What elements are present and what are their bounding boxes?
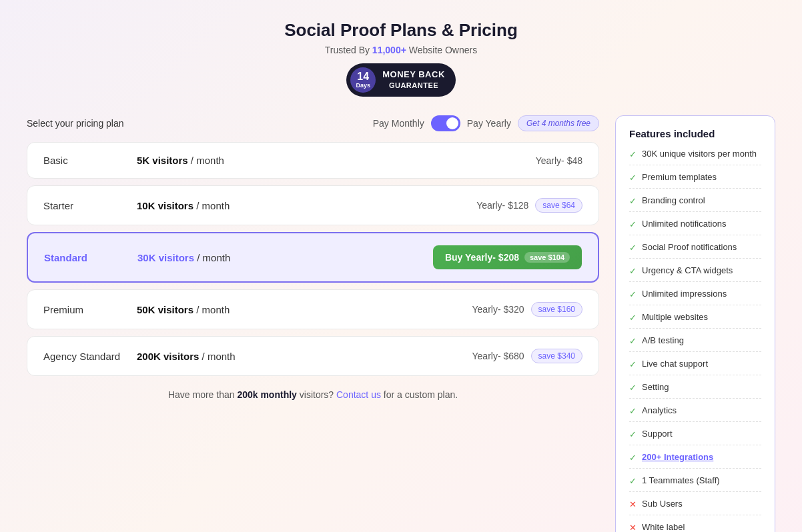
save-badge: save $340 [531,349,582,363]
plan-name: Premium [43,304,137,315]
check-icon: ✓ [629,196,637,206]
plan-pricing: Yearly- $128save $64 [476,198,582,213]
feature-item: ✓Urgency & CTA widgets [629,265,761,282]
feature-text: 1 Teammates (Staff) [642,475,720,485]
feature-text: Multiple websites [642,312,708,322]
feature-text: Sub Users [642,499,683,509]
feature-item: ✓200+ Integrations [629,452,761,469]
feature-item: ✓Multiple websites [629,312,761,329]
contact-us-link[interactable]: Contact us [336,389,381,400]
feature-text: Social Proof notifications [642,242,737,252]
plan-price: Yearly- $48 [536,155,582,166]
feature-text: Analytics [642,405,677,415]
cross-icon: ✕ [629,523,637,532]
plan-cards-container: Basic5K visitors / monthYearly- $48Start… [27,142,599,376]
feature-item: ✓Analytics [629,405,761,422]
feature-item: ✓Social Proof notifications [629,242,761,259]
plan-visitors: 50K visitors / month [137,304,472,315]
trusted-text: Trusted By 11,000+ Website Owners [27,45,775,55]
feature-item: ✓1 Teammates (Staff) [629,475,761,492]
check-icon: ✓ [629,289,637,299]
feature-text: Branding control [642,195,705,205]
check-icon: ✓ [629,219,637,229]
page-title: Social Proof Plans & Pricing [27,20,775,41]
plan-visitors: 10K visitors / month [137,200,476,211]
feature-text: Setting [642,382,669,392]
trusted-link[interactable]: 11,000+ [372,45,406,55]
pay-monthly-label: Pay Monthly [373,118,424,129]
plan-name: Standard [44,252,137,263]
feature-text: 200+ Integrations [642,452,713,462]
money-back-badge-container: 14 Days MONEY BACK GUARANTEE [27,63,775,97]
plan-price: Yearly- $680 [472,351,524,361]
plan-pricing: Buy Yearly- $208save $104 [433,245,582,269]
check-icon: ✓ [629,336,637,346]
feature-item: ✕White label [629,522,761,532]
feature-text: Urgency & CTA widgets [642,265,733,275]
feature-item: ✓Unlimited notifications [629,219,761,235]
feature-item: ✓30K unique visitors per month [629,149,761,165]
feature-item: ✓Branding control [629,195,761,212]
plan-name: Basic [43,155,137,166]
plan-visitors: 5K visitors / month [137,155,536,166]
check-icon: ✓ [629,383,637,393]
features-list: ✓30K unique visitors per month✓Premium t… [629,149,761,532]
plan-name: Starter [43,200,137,211]
plan-visitors: 30K visitors / month [137,252,433,263]
check-icon: ✓ [629,453,637,463]
pay-yearly-label: Pay Yearly [467,118,511,129]
custom-plan-text: Have more than 200k monthly visitors? Co… [27,389,599,400]
buy-button[interactable]: Buy Yearly- $208save $104 [433,245,582,269]
feature-item: ✓A/B testing [629,335,761,352]
check-icon: ✓ [629,266,637,276]
feature-item: ✓Setting [629,382,761,399]
feature-item: ✓Unlimited impressions [629,289,761,305]
money-back-badge: 14 Days MONEY BACK GUARANTEE [346,63,456,97]
cross-icon: ✕ [629,499,637,509]
check-icon: ✓ [629,313,637,323]
plan-pricing: Yearly- $680save $340 [472,349,582,363]
badge-text: MONEY BACK GUARANTEE [382,69,445,90]
plan-pricing: Yearly- $320save $160 [472,302,582,317]
plan-visitors: 200K visitors / month [137,351,472,362]
feature-item: ✕Sub Users [629,499,761,515]
feature-item: ✓Premium templates [629,172,761,189]
feature-item: ✓Live chat support [629,359,761,375]
badge-days: 14 Days [350,67,376,93]
feature-text: White label [642,522,685,532]
check-icon: ✓ [629,406,637,416]
feature-text: Premium templates [642,172,717,182]
check-icon: ✓ [629,476,637,486]
plan-card-premium[interactable]: Premium50K visitors / monthYearly- $320s… [27,289,599,329]
plan-price: Yearly- $128 [476,200,528,211]
check-icon: ✓ [629,429,637,439]
pricing-header: Select your pricing plan Pay Monthly Pay… [27,115,599,131]
features-title: Features included [629,128,761,139]
feature-text: Support [642,429,673,439]
feature-text: Live chat support [642,359,708,369]
check-icon: ✓ [629,149,637,159]
plan-card-standard[interactable]: Standard30K visitors / monthBuy Yearly- … [27,232,599,283]
plan-card-starter[interactable]: Starter10K visitors / monthYearly- $128s… [27,185,599,225]
feature-text: A/B testing [642,335,684,345]
save-badge: save $160 [531,302,582,317]
plan-price: Yearly- $320 [472,304,524,315]
get-months-free-badge: Get 4 months free [518,115,599,131]
billing-toggle-switch[interactable] [431,115,460,131]
toggle-knob [446,117,458,129]
plan-card-agency-standard[interactable]: Agency Standard200K visitors / monthYear… [27,336,599,376]
page-header: Social Proof Plans & Pricing Trusted By … [27,20,775,97]
select-label: Select your pricing plan [27,118,124,129]
check-icon: ✓ [629,243,637,253]
plan-pricing: Yearly- $48 [536,155,582,166]
billing-toggle: Pay Monthly Pay Yearly Get 4 months free [373,115,599,131]
features-panel: Features included ✓30K unique visitors p… [615,115,775,532]
save-badge: save $104 [524,252,570,263]
feature-text: 30K unique visitors per month [642,149,757,159]
plan-name: Agency Standard [43,351,137,362]
save-badge: save $64 [535,198,582,213]
main-layout: Select your pricing plan Pay Monthly Pay… [27,115,775,532]
plan-card-basic[interactable]: Basic5K visitors / monthYearly- $48 [27,142,599,179]
left-panel: Select your pricing plan Pay Monthly Pay… [27,115,599,400]
check-icon: ✓ [629,359,637,369]
